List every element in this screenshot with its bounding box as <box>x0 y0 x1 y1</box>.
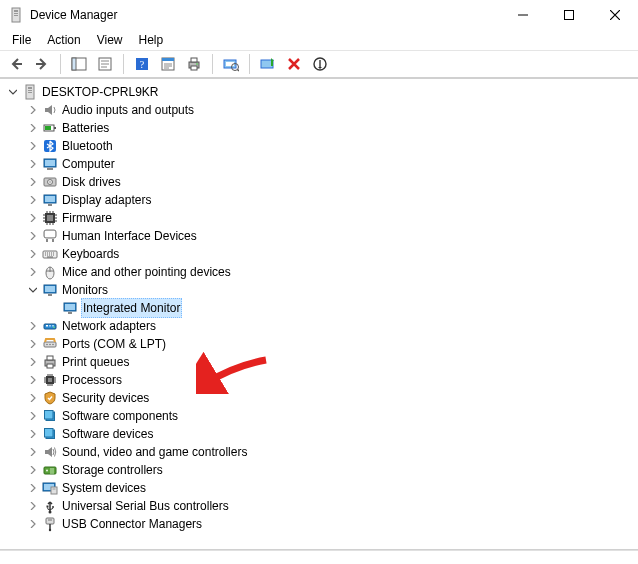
tree-node-root-computer[interactable]: DESKTOP-CPRL9KR <box>4 83 638 101</box>
back-button[interactable] <box>4 52 28 76</box>
expand-icon[interactable] <box>26 265 40 279</box>
expand-icon[interactable] <box>26 103 40 117</box>
tree-node-disk-drives[interactable]: Disk drives <box>4 173 638 191</box>
app-icon <box>8 7 24 23</box>
expand-icon[interactable] <box>26 121 40 135</box>
tree-node-label: Keyboards <box>62 245 119 263</box>
expand-icon[interactable] <box>26 319 40 333</box>
print-queues-icon <box>42 354 58 370</box>
human-interface-devices-icon <box>42 228 58 244</box>
expand-icon[interactable] <box>26 427 40 441</box>
update-driver-button[interactable] <box>308 52 332 76</box>
expand-icon[interactable] <box>26 229 40 243</box>
tree-node-label: Computer <box>62 155 115 173</box>
expand-icon[interactable] <box>26 409 40 423</box>
tree-node-label: Software devices <box>62 425 153 443</box>
tree-node-sound-video-and-game-controllers[interactable]: Sound, video and game controllers <box>4 443 638 461</box>
device-tree[interactable]: DESKTOP-CPRL9KRAudio inputs and outputsB… <box>0 78 638 550</box>
tree-node-monitors[interactable]: Monitors <box>4 281 638 299</box>
toolbar-separator <box>60 54 61 74</box>
software-devices-icon <box>42 426 58 442</box>
tree-node-label: Software components <box>62 407 178 425</box>
tree-node-software-devices[interactable]: Software devices <box>4 425 638 443</box>
tree-node-label: Processors <box>62 371 122 389</box>
tree-node-computer[interactable]: Computer <box>4 155 638 173</box>
expand-icon[interactable] <box>26 175 40 189</box>
tree-node-display-adapters[interactable]: Display adapters <box>4 191 638 209</box>
menubar: File Action View Help <box>0 30 638 50</box>
batteries-icon <box>42 120 58 136</box>
menu-action[interactable]: Action <box>39 31 88 49</box>
security-devices-icon <box>42 390 58 406</box>
expand-icon[interactable] <box>26 157 40 171</box>
expand-icon[interactable] <box>26 499 40 513</box>
tree-node-label: Disk drives <box>62 173 121 191</box>
tree-node-label: Firmware <box>62 209 112 227</box>
expand-icon[interactable] <box>26 355 40 369</box>
toolbar-separator <box>123 54 124 74</box>
menu-view[interactable]: View <box>89 31 131 49</box>
collapse-icon[interactable] <box>6 85 20 99</box>
tree-node-label: Ports (COM & LPT) <box>62 335 166 353</box>
scan-hardware-button[interactable] <box>219 52 243 76</box>
show-hide-tree-button[interactable] <box>67 52 91 76</box>
tree-node-storage-controllers[interactable]: Storage controllers <box>4 461 638 479</box>
expand-icon[interactable] <box>26 463 40 477</box>
expand-icon[interactable] <box>26 445 40 459</box>
expand-icon[interactable] <box>26 391 40 405</box>
tree-node-network-adapters[interactable]: Network adapters <box>4 317 638 335</box>
forward-button[interactable] <box>30 52 54 76</box>
storage-controllers-icon <box>42 462 58 478</box>
expand-icon[interactable] <box>26 211 40 225</box>
bluetooth-icon <box>42 138 58 154</box>
enable-device-button[interactable] <box>256 52 280 76</box>
tree-node-mice-and-other-pointing-devices[interactable]: Mice and other pointing devices <box>4 263 638 281</box>
expand-icon[interactable] <box>26 481 40 495</box>
tree-node-label: Monitors <box>62 281 108 299</box>
toolbar <box>0 50 638 78</box>
maximize-button[interactable] <box>546 0 592 30</box>
statusbar <box>0 550 638 564</box>
menu-help[interactable]: Help <box>131 31 172 49</box>
universal-serial-bus-controllers-icon <box>42 498 58 514</box>
expand-icon[interactable] <box>26 373 40 387</box>
tree-node-processors[interactable]: Processors <box>4 371 638 389</box>
expand-icon[interactable] <box>26 247 40 261</box>
minimize-button[interactable] <box>500 0 546 30</box>
root-computer-icon <box>22 84 38 100</box>
toolbar-separator <box>249 54 250 74</box>
sound-video-and-game-controllers-icon <box>42 444 58 460</box>
tree-node-audio-inputs-and-outputs[interactable]: Audio inputs and outputs <box>4 101 638 119</box>
expand-icon[interactable] <box>26 517 40 531</box>
tree-node-human-interface-devices[interactable]: Human Interface Devices <box>4 227 638 245</box>
toolbar-separator <box>212 54 213 74</box>
tree-node-batteries[interactable]: Batteries <box>4 119 638 137</box>
tree-node-ports-com-lpt[interactable]: Ports (COM & LPT) <box>4 335 638 353</box>
tree-node-keyboards[interactable]: Keyboards <box>4 245 638 263</box>
expand-icon[interactable] <box>26 193 40 207</box>
tree-node-system-devices[interactable]: System devices <box>4 479 638 497</box>
print-button[interactable] <box>182 52 206 76</box>
tree-node-print-queues[interactable]: Print queues <box>4 353 638 371</box>
tree-node-security-devices[interactable]: Security devices <box>4 389 638 407</box>
action-button[interactable] <box>156 52 180 76</box>
close-button[interactable] <box>592 0 638 30</box>
uninstall-device-button[interactable] <box>282 52 306 76</box>
help-button[interactable] <box>130 52 154 76</box>
tree-node-integrated-monitor[interactable]: Integrated Monitor <box>4 299 638 317</box>
tree-node-label: Storage controllers <box>62 461 163 479</box>
tree-node-label: USB Connector Managers <box>62 515 202 533</box>
tree-node-bluetooth[interactable]: Bluetooth <box>4 137 638 155</box>
tree-node-universal-serial-bus-controllers[interactable]: Universal Serial Bus controllers <box>4 497 638 515</box>
tree-node-label: Bluetooth <box>62 137 113 155</box>
expand-icon[interactable] <box>26 337 40 351</box>
integrated-monitor-icon <box>62 300 78 316</box>
properties-button[interactable] <box>93 52 117 76</box>
menu-file[interactable]: File <box>4 31 39 49</box>
expand-icon[interactable] <box>26 139 40 153</box>
tree-node-label: Security devices <box>62 389 149 407</box>
collapse-icon[interactable] <box>26 283 40 297</box>
tree-node-software-components[interactable]: Software components <box>4 407 638 425</box>
tree-node-usb-connector-managers[interactable]: USB Connector Managers <box>4 515 638 533</box>
tree-node-firmware[interactable]: Firmware <box>4 209 638 227</box>
